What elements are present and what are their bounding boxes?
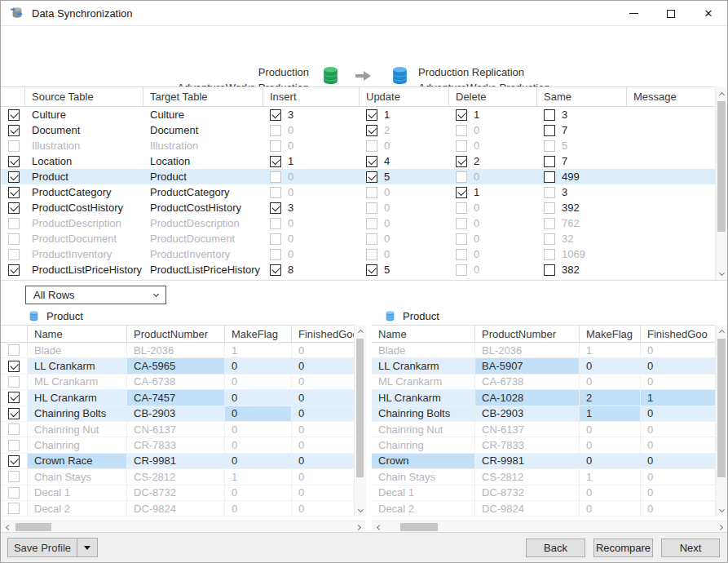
col-finishedgoods[interactable]: FinishedGoo bbox=[292, 326, 354, 342]
col-name[interactable]: Name bbox=[28, 326, 127, 342]
data-row[interactable]: Chainring BoltsCB-290300 bbox=[1, 406, 354, 422]
delete-checkbox[interactable] bbox=[456, 156, 467, 167]
col-message[interactable]: Message bbox=[627, 87, 715, 106]
scroll-up-icon[interactable] bbox=[716, 87, 728, 100]
row-checkbox[interactable] bbox=[8, 125, 20, 136]
data-row[interactable]: Chainring NutCN-613700 bbox=[1, 422, 354, 437]
row-checkbox[interactable] bbox=[8, 187, 20, 198]
row-checkbox[interactable] bbox=[8, 392, 20, 403]
col-check[interactable] bbox=[1, 87, 25, 106]
insert-checkbox[interactable] bbox=[270, 249, 281, 260]
source-grid-hscrollbar[interactable] bbox=[1, 521, 365, 533]
col-same[interactable]: Same bbox=[537, 87, 627, 106]
comparison-row[interactable]: ProductCategoryProductCategory0013 bbox=[1, 184, 715, 200]
data-row[interactable]: Chain StaysCS-281210 bbox=[372, 469, 715, 485]
insert-checkbox[interactable] bbox=[270, 233, 281, 245]
maximize-button[interactable] bbox=[652, 1, 690, 26]
data-row[interactable]: Chain StaysCS-281210 bbox=[1, 469, 354, 485]
hscroll-thumb[interactable] bbox=[400, 523, 438, 531]
delete-checkbox[interactable] bbox=[456, 140, 467, 152]
comparison-row[interactable]: CultureCulture3113 bbox=[1, 107, 715, 122]
row-checkbox[interactable] bbox=[8, 471, 20, 482]
col-check[interactable] bbox=[1, 326, 28, 342]
same-checkbox[interactable] bbox=[544, 171, 555, 183]
data-row[interactable]: Chainring BoltsCB-290310 bbox=[372, 406, 715, 422]
row-checkbox[interactable] bbox=[8, 376, 20, 388]
insert-checkbox[interactable] bbox=[270, 109, 281, 121]
row-checkbox[interactable] bbox=[8, 218, 20, 229]
row-checkbox[interactable] bbox=[8, 202, 20, 214]
data-row[interactable]: ML CrankarmCA-673800 bbox=[1, 375, 354, 390]
insert-checkbox[interactable] bbox=[270, 218, 281, 229]
minimize-button[interactable] bbox=[615, 1, 652, 26]
data-row[interactable]: ML CrankarmCA-673800 bbox=[372, 375, 715, 390]
row-checkbox[interactable] bbox=[8, 156, 20, 167]
data-row[interactable]: LL CrankarmCA-596500 bbox=[1, 358, 354, 374]
data-row[interactable]: LL CrankarmBA-590700 bbox=[372, 358, 715, 374]
comparison-row[interactable]: ProductProduct050499 bbox=[1, 169, 715, 184]
row-checkbox[interactable] bbox=[8, 408, 20, 419]
same-checkbox[interactable] bbox=[544, 156, 555, 167]
delete-checkbox[interactable] bbox=[456, 249, 467, 260]
delete-checkbox[interactable] bbox=[456, 202, 467, 214]
same-checkbox[interactable] bbox=[544, 187, 555, 198]
update-checkbox[interactable] bbox=[366, 109, 377, 121]
col-update[interactable]: Update bbox=[360, 87, 449, 106]
scroll-down-icon[interactable] bbox=[716, 504, 728, 516]
row-checkbox[interactable] bbox=[8, 140, 20, 152]
comparison-row[interactable]: DocumentDocument0207 bbox=[1, 122, 715, 138]
same-checkbox[interactable] bbox=[544, 202, 555, 214]
vscroll-thumb[interactable] bbox=[717, 101, 726, 232]
delete-checkbox[interactable] bbox=[456, 264, 467, 276]
insert-checkbox[interactable] bbox=[270, 202, 281, 214]
delete-checkbox[interactable] bbox=[456, 125, 467, 136]
source-grid-vscrollbar[interactable] bbox=[354, 325, 366, 516]
row-checkbox[interactable] bbox=[8, 423, 20, 435]
col-insert[interactable]: Insert bbox=[263, 87, 360, 106]
data-row[interactable]: BladeBL-203610 bbox=[372, 343, 715, 358]
comparison-row[interactable]: ProductListPriceHistoryProductListPriceH… bbox=[1, 262, 715, 277]
comparison-row[interactable]: ProductCostHistoryProductCostHistory3003… bbox=[1, 200, 715, 215]
same-checkbox[interactable] bbox=[544, 218, 555, 229]
data-row[interactable]: ChainringCR-783300 bbox=[1, 437, 354, 453]
scroll-up-icon[interactable] bbox=[355, 325, 366, 337]
row-checkbox[interactable] bbox=[8, 109, 20, 121]
update-checkbox[interactable] bbox=[366, 156, 377, 167]
row-checkbox[interactable] bbox=[8, 503, 20, 514]
scroll-down-icon[interactable] bbox=[355, 504, 366, 516]
data-row[interactable]: CrownCR-998100 bbox=[372, 454, 715, 469]
row-checkbox[interactable] bbox=[8, 171, 20, 183]
update-checkbox[interactable] bbox=[366, 125, 377, 136]
row-checkbox[interactable] bbox=[8, 455, 20, 467]
scroll-up-icon[interactable] bbox=[716, 325, 728, 337]
data-row[interactable]: Chainring NutCN-613700 bbox=[372, 422, 715, 437]
col-target-table[interactable]: Target Table bbox=[143, 87, 263, 106]
comparison-row[interactable]: ProductInventoryProductInventory0001069 bbox=[1, 246, 715, 262]
hscroll-thumb[interactable] bbox=[15, 523, 51, 531]
same-checkbox[interactable] bbox=[544, 125, 555, 136]
scroll-down-icon[interactable] bbox=[716, 268, 728, 280]
row-checkbox[interactable] bbox=[8, 264, 20, 276]
delete-checkbox[interactable] bbox=[456, 218, 467, 229]
update-checkbox[interactable] bbox=[366, 249, 377, 260]
col-productnumber[interactable]: ProductNumber bbox=[475, 326, 580, 342]
data-row[interactable]: Decal 2DC-982400 bbox=[1, 501, 354, 516]
comparison-row[interactable]: LocationLocation1427 bbox=[1, 153, 715, 169]
data-row[interactable]: Decal 2DC-982400 bbox=[372, 501, 715, 516]
col-delete[interactable]: Delete bbox=[449, 87, 537, 106]
update-checkbox[interactable] bbox=[366, 218, 377, 229]
vscroll-thumb[interactable] bbox=[717, 339, 726, 477]
col-source-table[interactable]: Source Table bbox=[25, 87, 143, 106]
row-checkbox[interactable] bbox=[8, 361, 20, 372]
update-checkbox[interactable] bbox=[366, 187, 377, 198]
insert-checkbox[interactable] bbox=[270, 171, 281, 183]
row-checkbox[interactable] bbox=[8, 344, 20, 356]
row-checkbox[interactable] bbox=[8, 487, 20, 499]
comparison-grid-vscrollbar[interactable] bbox=[715, 87, 727, 280]
save-profile-dropdown[interactable] bbox=[77, 546, 97, 550]
update-checkbox[interactable] bbox=[366, 171, 377, 183]
update-checkbox[interactable] bbox=[366, 264, 377, 276]
data-row[interactable]: ChainringCR-783300 bbox=[372, 437, 715, 453]
same-checkbox[interactable] bbox=[544, 109, 555, 121]
data-row[interactable]: Decal 1DC-873200 bbox=[1, 485, 354, 501]
